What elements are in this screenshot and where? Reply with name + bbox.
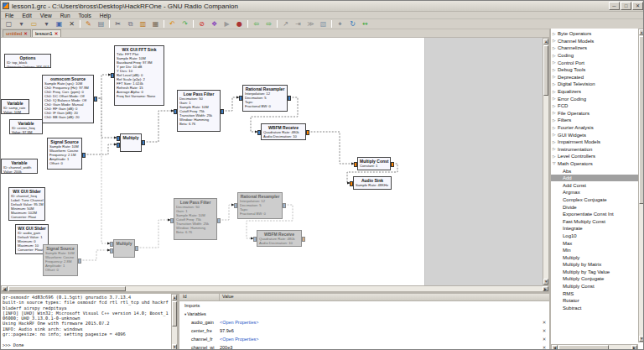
sidebar-item-divide[interactable]: Divide: [551, 203, 638, 211]
port-out-blue[interactable]: [78, 259, 81, 264]
copy-button[interactable]: ⧉: [124, 19, 137, 29]
port-in-blue[interactable]: [257, 130, 261, 135]
port-in-blue[interactable]: [174, 109, 177, 114]
errors-button[interactable]: ⊘: [195, 19, 208, 29]
new-file-button[interactable]: ▢: [3, 19, 15, 29]
sidebar-item-control-port[interactable]: ▷Control Port: [551, 59, 638, 66]
block-wbfm-receive-1[interactable]: WBFM ReceiveQuadrature Rate: 480kAudio D…: [261, 123, 306, 140]
sidebar-hscrollbar[interactable]: ◀ ▶: [551, 344, 638, 350]
sidebar-item-add[interactable]: Add: [551, 175, 638, 182]
open-file-dropdown[interactable]: ▾: [40, 19, 53, 29]
cut-button[interactable]: ✂: [112, 19, 124, 29]
close-file-button[interactable]: ✕: [65, 19, 78, 29]
sidebar-item-exponentiate-const-int[interactable]: Exponentiate Const Int: [551, 211, 638, 218]
port-out-blue[interactable]: [135, 246, 138, 251]
rotate-ccw-button[interactable]: ⇦: [250, 19, 262, 29]
sidebar-item-debug-tools[interactable]: ▷Debug Tools: [551, 66, 638, 74]
sidebar-item-instrumentation[interactable]: ▷Instrumentation: [551, 146, 638, 154]
sidebar-item-level-controllers[interactable]: ▷Level Controllers: [551, 153, 638, 160]
console-vscrollbar[interactable]: ▲ ▼: [171, 294, 178, 350]
sidebar-item-max[interactable]: Max: [551, 239, 638, 247]
screen-capture-button[interactable]: ▤: [95, 19, 107, 29]
block-variable-samp-rate[interactable]: VariableID: samp_rateValue: 10M: [1, 99, 29, 114]
sidebar-item-complex-conjugate[interactable]: Complex Conjugate: [551, 196, 638, 204]
block-multiply-1[interactable]: Multiply: [120, 133, 142, 152]
port-out-blue[interactable]: [94, 97, 97, 102]
sidebar-item-coding[interactable]: ▷Coding: [551, 52, 638, 60]
sidebar-item-channelizers[interactable]: ▷Channelizers: [551, 44, 638, 52]
execute-button[interactable]: ▶: [221, 19, 233, 29]
block-osmocom-source[interactable]: osmocom SourceSample Rate (sps): 10MCh0:…: [42, 75, 94, 123]
minimize-button[interactable]: ─: [609, 2, 620, 10]
menu-item-view[interactable]: View: [36, 13, 56, 18]
paste-button[interactable]: ▥: [137, 19, 149, 29]
open-file-button[interactable]: ▭: [28, 19, 40, 29]
sidebar-item-fcd[interactable]: ▷FCD: [551, 102, 638, 110]
block-wx-gui-fft-sink[interactable]: WX GUI FFT SinkTitle: FFT PlotSample Rat…: [114, 45, 164, 106]
port-out-blue[interactable]: [221, 109, 224, 114]
block-rational-resampler-2[interactable]: Rational ResamplerInterpolation: 12Decim…: [237, 192, 283, 219]
port-in-blue[interactable]: [170, 218, 174, 223]
sidebar-item-deprecated[interactable]: ▷Deprecated: [551, 74, 638, 81]
tab-lesson1[interactable]: lesson1✕: [32, 29, 61, 37]
sidebar-item-subtract[interactable]: Subtract: [551, 305, 638, 312]
sidebar-item-multiply-const[interactable]: Multiply Const: [551, 283, 638, 290]
maximize-button[interactable]: □: [621, 2, 631, 10]
sidebar-item-add-const[interactable]: Add Const: [551, 181, 638, 189]
menu-item-tools[interactable]: Tools: [75, 13, 96, 18]
flowgraph-properties-button[interactable]: ✎: [82, 19, 95, 29]
variable-row-channel-fr[interactable]: channel_fr<Open Properties>✕: [179, 335, 549, 343]
port-out-blue[interactable]: [217, 218, 221, 223]
column-header-id[interactable]: Id: [179, 294, 220, 300]
variable-value[interactable]: <Open Properties>: [220, 320, 539, 325]
variable-row-variables[interactable]: ▾Variables: [179, 310, 549, 318]
sidebar-item-file-operators[interactable]: ▷File Operators: [551, 110, 638, 118]
tab-close-icon[interactable]: ✕: [55, 31, 59, 36]
kill-button[interactable]: ●: [233, 19, 246, 29]
block-multiply-2[interactable]: Multiply: [113, 239, 135, 258]
port-out-orange[interactable]: [302, 237, 305, 242]
sidebar-item-integrate[interactable]: Integrate: [551, 225, 638, 232]
sidebar-item-rotator[interactable]: Rotator: [551, 297, 638, 305]
variable-row-imports[interactable]: Imports: [179, 301, 549, 310]
sidebar-item-filters[interactable]: ▷Filters: [551, 117, 638, 124]
menu-item-run[interactable]: Run: [56, 13, 75, 18]
sidebar-item-multiply-by-matrix[interactable]: Multiply by Matrix: [551, 261, 638, 269]
port-in-orange[interactable]: [354, 162, 357, 167]
sidebar-item-math-operators[interactable]: ▽Math Operators: [551, 160, 638, 168]
sidebar-item-multiply[interactable]: Multiply: [551, 253, 638, 261]
port-in-orange[interactable]: [350, 181, 353, 186]
sidebar-item-byte-operators[interactable]: ▷Byte Operators: [551, 30, 638, 38]
port-in-blue[interactable]: [117, 136, 120, 141]
close-button[interactable]: ✕: [632, 2, 643, 10]
sidebar-item-log10[interactable]: Log10: [551, 232, 638, 240]
disable-block-button[interactable]: ⇥: [292, 19, 304, 29]
sidebar-item-argmax[interactable]: Argmax: [551, 189, 638, 196]
port-out-blue[interactable]: [142, 140, 145, 145]
redo-button[interactable]: ↷: [179, 19, 191, 29]
sidebar-item-channel-models[interactable]: ▷Channel Models: [551, 38, 638, 45]
block-multiply-const[interactable]: Multiply ConstConstant: 1: [357, 157, 391, 170]
block-signal-source-2[interactable]: Signal SourceSample Rate: 10MWaveform: C…: [43, 244, 78, 276]
remove-variable-button[interactable]: ✕: [539, 328, 549, 333]
rotate-cw-button[interactable]: ⇨: [262, 19, 275, 29]
sidebar-item-fast-multiply-const[interactable]: Fast Multiply Const: [551, 217, 638, 225]
block-low-pass-filter-1[interactable]: Low Pass FilterDecimation: 50Gain: 1Samp…: [177, 90, 221, 132]
sidebar-item-fourier-analysis[interactable]: ▷Fourier Analysis: [551, 124, 638, 132]
sidebar-item-error-coding[interactable]: ▷Error Coding: [551, 95, 638, 102]
menu-item-edit[interactable]: Edit: [18, 13, 35, 18]
port-in-blue[interactable]: [111, 73, 114, 78]
canvas-vscrollbar[interactable]: ▲ ▼: [543, 38, 549, 285]
delete-button[interactable]: ▦: [149, 19, 162, 29]
tab-close-icon[interactable]: ✕: [23, 31, 28, 36]
port-in-blue[interactable]: [110, 248, 113, 253]
port-out-blue[interactable]: [283, 203, 286, 208]
sidebar-item-equalizers[interactable]: ▷Equalizers: [551, 88, 638, 96]
sidebar-item-min[interactable]: Min: [551, 247, 638, 254]
sidebar-item-rms[interactable]: RMS: [551, 290, 638, 297]
sidebar-item-multiply-conjugate[interactable]: Multiply Conjugate: [551, 275, 638, 283]
block-options[interactable]: OptionsID: top_blockGenerate Options: WX…: [4, 54, 51, 68]
remove-variable-button[interactable]: ✕: [539, 345, 549, 350]
remove-variable-button[interactable]: ✕: [539, 337, 549, 342]
grid-button[interactable]: ↭: [359, 19, 371, 29]
